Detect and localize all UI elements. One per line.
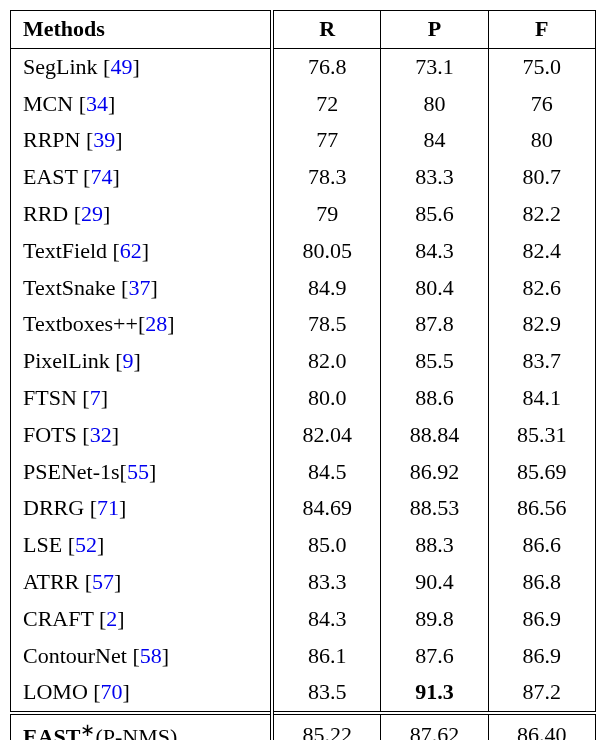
p-cell: 87.8 — [381, 306, 488, 343]
method-cell: RRD [29] — [11, 196, 273, 233]
p-cell: 90.4 — [381, 564, 488, 601]
table-row: LSE [52]85.088.386.6 — [11, 527, 596, 564]
p-cell: 80 — [381, 86, 488, 123]
p-cell: 84.3 — [381, 233, 488, 270]
r-cell: 82.04 — [272, 417, 381, 454]
r-cell: 82.0 — [272, 343, 381, 380]
table-row: RRD [29]7985.682.2 — [11, 196, 596, 233]
method-cell: Textboxes++[28] — [11, 306, 273, 343]
method-cell: ATRR [57] — [11, 564, 273, 601]
method-cell: EAST∗(P-NMS) — [11, 713, 273, 740]
table-row: RRPN [39]778480 — [11, 122, 596, 159]
method-cell: EAST [74] — [11, 159, 273, 196]
p-cell: 88.84 — [381, 417, 488, 454]
table-row: LOMO [70]83.591.387.2 — [11, 674, 596, 713]
r-cell: 84.5 — [272, 454, 381, 491]
method-cell: MCN [34] — [11, 86, 273, 123]
f-cell: 85.69 — [488, 454, 595, 491]
p-cell: 73.1 — [381, 48, 488, 85]
method-cell: TextField [62] — [11, 233, 273, 270]
r-cell: 85.22 — [272, 713, 381, 740]
results-table: Methods R P F SegLink [49]76.873.175.0MC… — [10, 10, 596, 740]
method-cell: FTSN [7] — [11, 380, 273, 417]
p-cell: 88.6 — [381, 380, 488, 417]
r-cell: 80.0 — [272, 380, 381, 417]
p-cell: 91.3 — [381, 674, 488, 713]
r-cell: 80.05 — [272, 233, 381, 270]
r-cell: 76.8 — [272, 48, 381, 85]
r-cell: 85.0 — [272, 527, 381, 564]
method-cell: PSENet-1s[55] — [11, 454, 273, 491]
r-cell: 86.1 — [272, 638, 381, 675]
f-cell: 82.9 — [488, 306, 595, 343]
header-methods: Methods — [11, 11, 273, 49]
f-cell: 86.9 — [488, 638, 595, 675]
r-cell: 84.3 — [272, 601, 381, 638]
r-cell: 79 — [272, 196, 381, 233]
method-cell: PixelLink [9] — [11, 343, 273, 380]
table-row: EAST∗(P-NMS)85.2287.6286.40 — [11, 713, 596, 740]
method-cell: TextSnake [37] — [11, 270, 273, 307]
p-cell: 85.6 — [381, 196, 488, 233]
table-row: Textboxes++[28]78.587.882.9 — [11, 306, 596, 343]
method-cell: ContourNet [58] — [11, 638, 273, 675]
p-cell: 88.53 — [381, 490, 488, 527]
table-row: ContourNet [58]86.187.686.9 — [11, 638, 596, 675]
r-cell: 83.3 — [272, 564, 381, 601]
r-cell: 84.69 — [272, 490, 381, 527]
table-row: DRRG [71]84.6988.5386.56 — [11, 490, 596, 527]
table-row: TextField [62]80.0584.382.4 — [11, 233, 596, 270]
table-row: EAST [74]78.383.380.7 — [11, 159, 596, 196]
p-cell: 84 — [381, 122, 488, 159]
f-cell: 86.40 — [488, 713, 595, 740]
table-row: CRAFT [2]84.389.886.9 — [11, 601, 596, 638]
table-header-row: Methods R P F — [11, 11, 596, 49]
table-row: ATRR [57]83.390.486.8 — [11, 564, 596, 601]
r-cell: 83.5 — [272, 674, 381, 713]
f-cell: 86.6 — [488, 527, 595, 564]
method-cell: RRPN [39] — [11, 122, 273, 159]
f-cell: 80.7 — [488, 159, 595, 196]
header-f: F — [488, 11, 595, 49]
f-cell: 86.56 — [488, 490, 595, 527]
method-cell: FOTS [32] — [11, 417, 273, 454]
p-cell: 89.8 — [381, 601, 488, 638]
table-row: FOTS [32]82.0488.8485.31 — [11, 417, 596, 454]
f-cell: 84.1 — [488, 380, 595, 417]
method-cell: SegLink [49] — [11, 48, 273, 85]
r-cell: 72 — [272, 86, 381, 123]
f-cell: 82.2 — [488, 196, 595, 233]
r-cell: 78.3 — [272, 159, 381, 196]
f-cell: 82.6 — [488, 270, 595, 307]
f-cell: 85.31 — [488, 417, 595, 454]
method-cell: LOMO [70] — [11, 674, 273, 713]
method-cell: DRRG [71] — [11, 490, 273, 527]
table-row: PSENet-1s[55]84.586.9285.69 — [11, 454, 596, 491]
p-cell: 85.5 — [381, 343, 488, 380]
table-row: TextSnake [37]84.980.482.6 — [11, 270, 596, 307]
table-row: FTSN [7]80.088.684.1 — [11, 380, 596, 417]
f-cell: 83.7 — [488, 343, 595, 380]
f-cell: 80 — [488, 122, 595, 159]
f-cell: 76 — [488, 86, 595, 123]
table-row: MCN [34]728076 — [11, 86, 596, 123]
header-r: R — [272, 11, 381, 49]
f-cell: 82.4 — [488, 233, 595, 270]
p-cell: 80.4 — [381, 270, 488, 307]
r-cell: 84.9 — [272, 270, 381, 307]
header-p: P — [381, 11, 488, 49]
method-cell: CRAFT [2] — [11, 601, 273, 638]
table-row: SegLink [49]76.873.175.0 — [11, 48, 596, 85]
method-cell: LSE [52] — [11, 527, 273, 564]
p-cell: 87.6 — [381, 638, 488, 675]
f-cell: 87.2 — [488, 674, 595, 713]
p-cell: 83.3 — [381, 159, 488, 196]
r-cell: 78.5 — [272, 306, 381, 343]
p-cell: 86.92 — [381, 454, 488, 491]
f-cell: 86.8 — [488, 564, 595, 601]
r-cell: 77 — [272, 122, 381, 159]
p-cell: 87.62 — [381, 713, 488, 740]
f-cell: 86.9 — [488, 601, 595, 638]
f-cell: 75.0 — [488, 48, 595, 85]
table-row: PixelLink [9]82.085.583.7 — [11, 343, 596, 380]
